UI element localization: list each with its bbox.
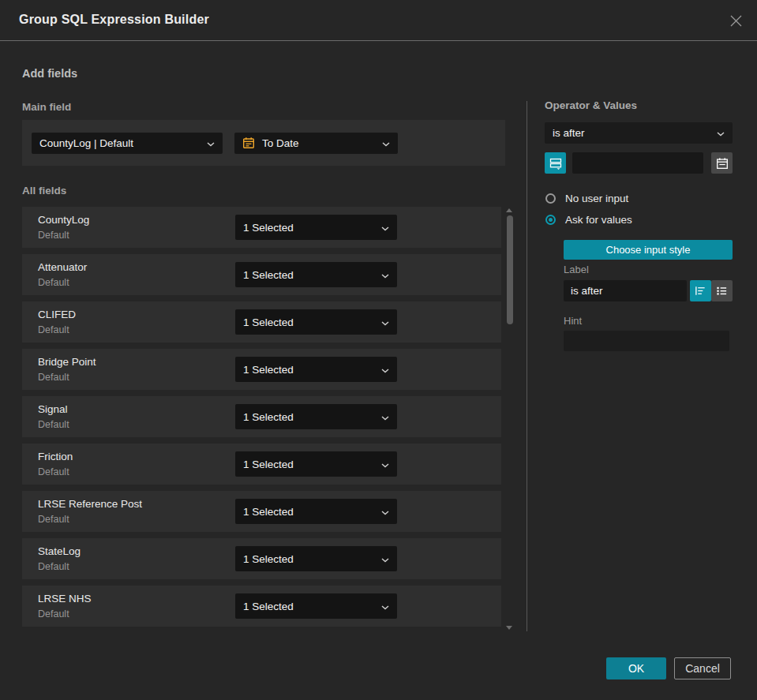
operator-values-heading: Operator & Values [545,99,637,111]
chevron-down-icon [381,269,389,281]
field-selection-value: 1 Selected [243,222,294,234]
field-selection-select[interactable]: 1 Selected [235,309,397,335]
main-field-select[interactable]: CountyLog | Default [32,133,223,154]
field-selection-select[interactable]: 1 Selected [235,499,397,524]
radio-selected-icon [545,215,556,225]
radio-no-user-input[interactable]: No user input [545,193,628,204]
radio-no-user-input-label: No user input [565,193,628,204]
field-selection-select[interactable]: 1 Selected [235,404,397,429]
chevron-down-icon [381,506,389,518]
calendar-icon [242,137,255,149]
operator-select[interactable]: is after [545,122,733,144]
value-input[interactable] [572,152,703,174]
field-selection-value: 1 Selected [243,411,294,423]
field-selection-select[interactable]: 1 Selected [235,546,397,571]
field-row: LRSE Reference Post Default 1 Selected [22,491,501,532]
field-sublabel: Default [38,608,69,620]
field-selection-select[interactable]: 1 Selected [235,593,397,619]
input-style-text-button[interactable] [690,280,711,301]
value-row [545,152,733,174]
field-selection-value: 1 Selected [243,459,294,470]
date-type-select-value: To Date [262,137,299,149]
all-fields-label: All fields [22,185,66,197]
hint-input[interactable] [564,331,729,351]
scrollbar-thumb[interactable] [507,215,513,324]
date-type-select[interactable]: To Date [234,133,398,154]
hint-field-label: Hint [564,315,582,327]
field-row: Signal Default 1 Selected [22,396,501,437]
radio-icon [545,193,556,204]
field-row: CountyLog Default 1 Selected [22,207,501,248]
label-field-label: Label [564,264,589,275]
field-selection-select[interactable]: 1 Selected [235,357,397,382]
field-row: CLIFED Default 1 Selected [22,301,501,343]
field-sublabel: Default [38,277,69,288]
field-name: Bridge Point [38,356,96,368]
chevron-down-icon [717,127,725,139]
close-button[interactable] [725,10,746,31]
field-selection-value: 1 Selected [243,364,294,376]
field-name: LRSE Reference Post [38,498,142,510]
field-sublabel: Default [38,230,69,241]
field-name: LRSE NHS [38,593,92,605]
main-field-label: Main field [22,101,71,113]
all-fields-list: CountyLog Default 1 Selected Attenuator … [22,207,501,627]
label-input[interactable] [564,280,687,301]
value-list-icon [549,157,562,170]
radio-ask-for-values[interactable]: Ask for values [545,214,632,226]
field-row: StateLog Default 1 Selected [22,538,501,579]
scrollbar-up-arrow-icon[interactable] [506,208,512,212]
field-row: Attenuator Default 1 Selected [22,254,501,295]
field-row: Bridge Point Default 1 Selected [22,349,501,390]
field-sublabel: Default [38,372,69,383]
calendar-icon [716,157,729,170]
dialog-titlebar: Group SQL Expression Builder [0,0,757,41]
field-sublabel: Default [38,514,69,525]
chevron-down-icon [381,553,389,565]
field-selection-value: 1 Selected [243,269,294,281]
field-selection-select[interactable]: 1 Selected [235,262,397,287]
field-sublabel: Default [38,419,69,430]
field-selection-value: 1 Selected [243,506,294,518]
chevron-down-icon [381,222,389,234]
date-picker-button[interactable] [711,152,733,174]
field-name: Friction [38,451,73,462]
chevron-down-icon [382,137,390,149]
bullet-list-icon [716,285,728,297]
field-row: Friction Default 1 Selected [22,444,501,485]
field-selection-value: 1 Selected [243,553,294,565]
main-field-panel: CountyLog | Default To Date [22,120,505,166]
field-row: LRSE NHS Default 1 Selected [22,586,501,627]
chevron-down-icon [381,459,389,470]
dialog-title: Group SQL Expression Builder [19,13,209,27]
chevron-down-icon [381,364,389,376]
add-fields-heading: Add fields [22,67,77,80]
field-sublabel: Default [38,466,69,477]
radio-ask-for-values-label: Ask for values [565,214,632,226]
field-name: CountyLog [38,214,89,226]
field-name: StateLog [38,545,81,557]
chevron-down-icon [381,411,389,423]
field-selection-value: 1 Selected [243,316,294,328]
field-sublabel: Default [38,324,69,335]
field-selection-select[interactable]: 1 Selected [235,451,397,477]
operator-select-value: is after [553,127,585,139]
field-name: Signal [38,403,68,415]
ok-button[interactable]: OK [606,657,666,679]
select-from-values-button[interactable] [545,152,566,174]
group-sql-expression-builder-dialog: Group SQL Expression Builder Add fields … [0,0,757,700]
panel-divider [527,101,527,631]
field-sublabel: Default [38,561,69,572]
field-selection-value: 1 Selected [243,601,294,612]
field-name: CLIFED [38,309,76,320]
chevron-down-icon [381,601,389,612]
choose-input-style-button[interactable]: Choose input style [564,240,733,260]
cancel-button[interactable]: Cancel [674,657,731,679]
scrollbar-down-arrow-icon[interactable] [506,626,512,630]
main-field-select-value: CountyLog | Default [39,137,133,149]
list-scrollbar[interactable] [506,207,513,631]
chevron-down-icon [207,137,215,149]
input-style-list-button[interactable] [711,280,733,301]
field-selection-select[interactable]: 1 Selected [235,215,397,240]
field-name: Attenuator [38,261,87,273]
